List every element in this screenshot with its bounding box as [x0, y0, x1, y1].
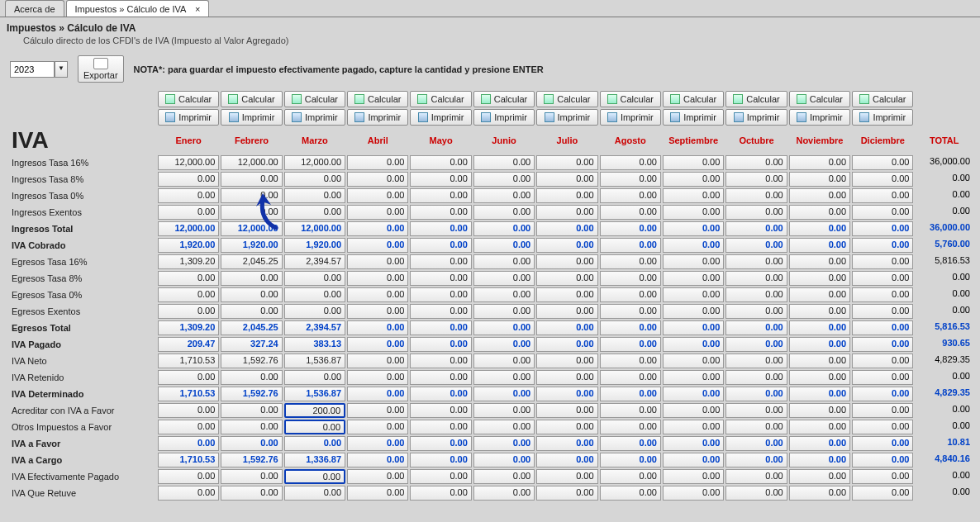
value-cell[interactable]: 0.00: [347, 486, 408, 501]
value-cell[interactable]: 0.00: [600, 436, 661, 451]
value-cell[interactable]: 1,309.20: [158, 320, 219, 335]
calcular-button[interactable]: Calcular: [410, 91, 471, 107]
value-cell[interactable]: 0.00: [473, 304, 535, 319]
value-cell[interactable]: 0.00: [536, 354, 597, 368]
value-cell[interactable]: 0.00: [725, 420, 787, 434]
value-cell[interactable]: 0.00: [473, 453, 535, 467]
value-cell[interactable]: 0.00: [410, 271, 471, 286]
value-cell[interactable]: 0.00: [473, 238, 535, 253]
value-cell[interactable]: 0.00: [852, 337, 913, 352]
value-cell[interactable]: 0.00: [725, 469, 787, 484]
value-cell[interactable]: 0.00: [852, 420, 913, 434]
value-cell[interactable]: 2,045.25: [221, 254, 282, 269]
value-cell[interactable]: 0.00: [663, 172, 724, 187]
value-cell[interactable]: 0.00: [536, 304, 597, 319]
value-cell[interactable]: 0.00: [600, 387, 661, 401]
value-cell[interactable]: 0.00: [725, 403, 787, 418]
value-cell[interactable]: 0.00: [221, 287, 282, 302]
value-cell[interactable]: 0.00: [410, 205, 471, 220]
value-cell[interactable]: 0.00: [789, 238, 850, 253]
value-cell[interactable]: 0.00: [600, 238, 661, 253]
value-cell[interactable]: 0.00: [789, 436, 850, 451]
calcular-button[interactable]: Calcular: [663, 91, 724, 107]
imprimir-button[interactable]: Imprimir: [221, 109, 282, 126]
value-cell[interactable]: 0.00: [284, 205, 345, 220]
value-cell[interactable]: 1,336.87: [284, 453, 345, 467]
value-cell[interactable]: 0.00: [852, 221, 913, 236]
value-cell[interactable]: 0.00: [663, 486, 724, 501]
value-cell[interactable]: 0.00: [473, 469, 535, 484]
value-cell[interactable]: 1,920.00: [158, 238, 219, 253]
value-cell[interactable]: 0.00: [284, 420, 345, 434]
value-cell[interactable]: 0.00: [725, 370, 787, 385]
value-cell[interactable]: 0.00: [536, 486, 597, 501]
value-cell[interactable]: 0.00: [725, 155, 787, 170]
value-cell[interactable]: 0.00: [536, 172, 597, 187]
value-cell[interactable]: 0.00: [725, 436, 787, 451]
value-cell[interactable]: 0.00: [725, 238, 787, 253]
value-cell[interactable]: 0.00: [600, 320, 661, 335]
value-cell[interactable]: 0.00: [663, 155, 724, 170]
value-cell[interactable]: 0.00: [221, 188, 282, 203]
value-cell[interactable]: 1,536.87: [284, 354, 345, 368]
value-cell[interactable]: 0.00: [221, 420, 282, 434]
value-cell[interactable]: 0.00: [158, 304, 219, 319]
imprimir-button[interactable]: Imprimir: [536, 109, 597, 126]
imprimir-button[interactable]: Imprimir: [284, 109, 345, 126]
value-cell[interactable]: 0.00: [789, 188, 850, 203]
close-icon[interactable]: ×: [195, 4, 200, 14]
value-cell[interactable]: 0.00: [852, 155, 913, 170]
value-cell[interactable]: 0.00: [663, 420, 724, 434]
value-cell[interactable]: 0.00: [852, 238, 913, 253]
value-cell[interactable]: 0.00: [852, 271, 913, 286]
value-cell[interactable]: 0.00: [536, 436, 597, 451]
value-cell[interactable]: 0.00: [789, 420, 850, 434]
value-cell[interactable]: 0.00: [852, 188, 913, 203]
value-cell[interactable]: 0.00: [536, 188, 597, 203]
value-cell[interactable]: 0.00: [725, 221, 787, 236]
value-cell[interactable]: 0.00: [410, 354, 471, 368]
value-cell[interactable]: 0.00: [852, 205, 913, 220]
value-cell[interactable]: 0.00: [473, 172, 535, 187]
value-cell[interactable]: 0.00: [284, 469, 345, 484]
value-cell[interactable]: 0.00: [410, 486, 471, 501]
value-cell[interactable]: 0.00: [725, 304, 787, 319]
value-cell[interactable]: 0.00: [600, 188, 661, 203]
value-cell[interactable]: 0.00: [410, 370, 471, 385]
value-cell[interactable]: 0.00: [284, 271, 345, 286]
value-cell[interactable]: 0.00: [347, 271, 408, 286]
value-cell[interactable]: 0.00: [600, 486, 661, 501]
value-cell[interactable]: 0.00: [347, 254, 408, 269]
value-cell[interactable]: 0.00: [410, 337, 471, 352]
value-cell[interactable]: 200.00: [284, 403, 345, 418]
tab-acerca-de[interactable]: Acerca de: [5, 0, 64, 17]
value-cell[interactable]: 0.00: [536, 420, 597, 434]
value-cell[interactable]: 0.00: [347, 469, 408, 484]
value-cell[interactable]: 0.00: [600, 403, 661, 418]
value-cell[interactable]: 0.00: [347, 354, 408, 368]
value-cell[interactable]: 1,710.53: [158, 387, 219, 401]
value-cell[interactable]: 0.00: [221, 486, 282, 501]
value-cell[interactable]: 0.00: [852, 387, 913, 401]
value-cell[interactable]: 0.00: [473, 254, 535, 269]
value-cell[interactable]: 0.00: [158, 172, 219, 187]
value-cell[interactable]: 0.00: [536, 453, 597, 467]
value-cell[interactable]: 0.00: [789, 403, 850, 418]
value-cell[interactable]: 0.00: [473, 188, 535, 203]
value-cell[interactable]: 0.00: [410, 469, 471, 484]
value-cell[interactable]: 0.00: [852, 453, 913, 467]
value-cell[interactable]: 0.00: [725, 320, 787, 335]
value-cell[interactable]: 0.00: [600, 304, 661, 319]
value-cell[interactable]: 0.00: [536, 337, 597, 352]
value-cell[interactable]: 0.00: [725, 172, 787, 187]
value-cell[interactable]: 0.00: [600, 221, 661, 236]
value-cell[interactable]: 0.00: [347, 304, 408, 319]
value-cell[interactable]: 0.00: [663, 254, 724, 269]
value-cell[interactable]: 0.00: [725, 205, 787, 220]
calcular-button[interactable]: Calcular: [725, 91, 787, 107]
value-cell[interactable]: 0.00: [663, 271, 724, 286]
value-cell[interactable]: 2,394.57: [284, 254, 345, 269]
value-cell[interactable]: 0.00: [221, 469, 282, 484]
value-cell[interactable]: 0.00: [284, 436, 345, 451]
value-cell[interactable]: 0.00: [536, 403, 597, 418]
